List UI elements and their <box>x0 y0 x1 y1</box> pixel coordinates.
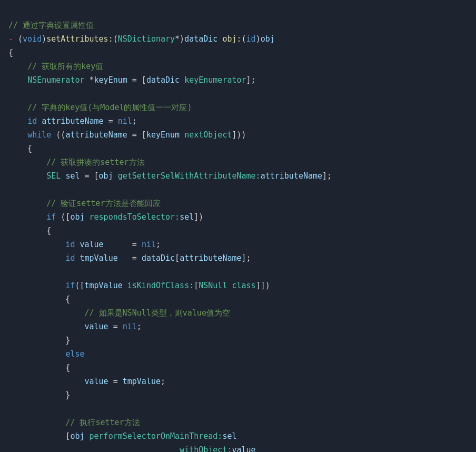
code-line-2: - (void)setAttributes:(NSDictionary*)dat… <box>8 34 275 44</box>
code-line-24: } <box>8 336 70 345</box>
code-line-23: value = nil; <box>8 322 142 331</box>
code-line-7: // 字典的key值(与Model的属性值一一对应) <box>8 103 192 112</box>
code-line-15: if ([obj respondsToSelector:sel]) <box>8 212 203 222</box>
code-line-26: { <box>8 363 70 372</box>
code-line-32: withObject:value <box>8 445 256 452</box>
code-editor: // 通过字典设置属性值 - (void)setAttributes:(NSDi… <box>8 6 468 452</box>
code-line-5: NSEnumerator *keyEnum = [dataDic keyEnum… <box>8 75 256 85</box>
code-line-1: // 通过字典设置属性值 <box>8 21 94 30</box>
code-line-14: // 验证setter方法是否能回应 <box>8 199 161 208</box>
code-line-3: { <box>8 48 13 57</box>
code-line-16: { <box>8 226 51 235</box>
code-line-17: id value = nil; <box>8 240 161 249</box>
code-line-8: id attributeName = nil; <box>8 116 137 126</box>
code-line-9: while ((attributeName = [keyEnum nextObj… <box>8 130 246 140</box>
code-line-12: SEL sel = [obj getSetterSelWithAttribute… <box>8 171 332 181</box>
code-line-18: id tmpValue = dataDic[attributeName]; <box>8 253 251 263</box>
code-line-22: // 如果是NSNull类型，则value值为空 <box>8 308 230 318</box>
code-line-30: // 执行setter方法 <box>8 418 140 427</box>
code-line-20: if([tmpValue isKindOfClass:[NSNull class… <box>8 281 270 290</box>
code-line-31: [obj performSelectorOnMainThread:sel <box>8 431 237 441</box>
code-line-27: value = tmpValue; <box>8 377 165 386</box>
code-line-28: } <box>8 390 70 400</box>
code-line-10: { <box>8 144 32 153</box>
code-line-25: else <box>8 349 85 359</box>
code-line-11: // 获取拼凑的setter方法 <box>8 158 145 167</box>
code-line-21: { <box>8 294 70 304</box>
code-line-4: // 获取所有的key值 <box>8 62 103 71</box>
